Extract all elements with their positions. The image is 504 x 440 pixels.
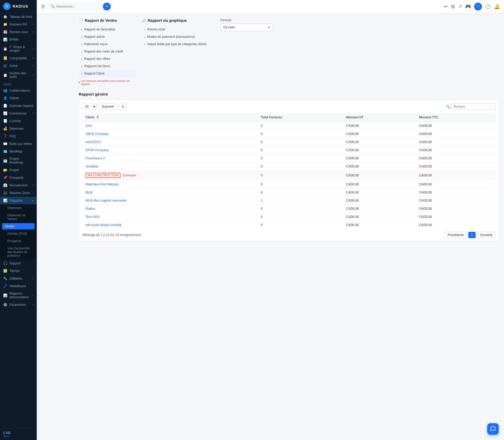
sidebar-item-prospects[interactable]: 📌 Prospects bbox=[0, 174, 37, 181]
current-page-button[interactable]: 1 bbox=[468, 232, 476, 238]
periode-select[interactable]: Ce mois ∨ bbox=[220, 24, 273, 31]
table-search-input[interactable] bbox=[451, 103, 495, 110]
sidebar-label-contrats: Contrats bbox=[9, 119, 21, 123]
client-link-1[interactable]: ABCD Company bbox=[86, 132, 109, 136]
avatar[interactable]: 🌐 bbox=[474, 3, 482, 11]
chat-bubble[interactable] bbox=[487, 423, 499, 435]
report-item-paiements[interactable]: ∨ Paiements reçus bbox=[79, 40, 136, 48]
refresh-button[interactable]: ↻ bbox=[119, 103, 127, 110]
sidebar-label-dossiers: Dossiers RH bbox=[9, 23, 27, 26]
bell-icon[interactable]: 🔔 bbox=[494, 4, 500, 9]
report-graphic-modes[interactable]: ∨ Modes de paiement (transactions) bbox=[142, 33, 215, 40]
sidebar-item-recrutement[interactable]: 👔 Recrutement ‹ bbox=[0, 181, 37, 189]
client-link-0[interactable]: AAA bbox=[86, 124, 92, 128]
prev-button[interactable]: Précédente bbox=[445, 232, 466, 238]
report-item-offres[interactable]: ∨ Rapport des offres bbox=[79, 55, 136, 62]
sidebar-sub-depenses-vs-ventes[interactable]: Dépenses vs Ventes bbox=[0, 212, 37, 223]
table-cell-ht-2: CAD0,00 bbox=[343, 138, 416, 146]
col-ttc: Montant TTC bbox=[416, 113, 495, 122]
client-link-5[interactable]: Jonathan bbox=[86, 165, 98, 168]
highlighted-client-6[interactable]: MA CONSTRUCTION bbox=[86, 173, 120, 178]
chevron-offres: ∨ bbox=[81, 57, 83, 60]
sidebar-item-tableau-de-bord[interactable]: 🏠 Tableau de bord bbox=[0, 13, 37, 20]
sidebar-item-projets[interactable]: 📂 Projets bbox=[0, 166, 37, 174]
sidebar-item-clients[interactable]: 👤 Clients bbox=[0, 94, 37, 102]
sidebar-item-dossiers-rh[interactable]: 📁 Dossiers RH ‹ bbox=[0, 20, 37, 28]
sidebar-sub-prospects[interactable]: Prospects bbox=[0, 237, 37, 245]
info-icon: ℹ bbox=[79, 81, 80, 84]
sidebar-item-comptabilite[interactable]: 📒 Comptabilité ‹ bbox=[0, 54, 37, 62]
add-button[interactable]: + bbox=[103, 3, 111, 11]
sidebar-item-faq[interactable]: ❓ FAQ bbox=[0, 132, 37, 140]
mindmap-icon: 🗺️ bbox=[3, 149, 7, 153]
history-icon[interactable]: ↩ bbox=[444, 4, 448, 9]
client-link-7[interactable]: Matériaux Pont Masson bbox=[86, 182, 119, 186]
sidebar-item-commercial[interactable]: 📈 Commercial ‹ bbox=[0, 109, 37, 117]
next-button[interactable]: Suivante bbox=[477, 232, 495, 238]
report-graphic-valeur[interactable]: ∨ Valeur totale par type de catégories c… bbox=[142, 40, 215, 48]
sidebar-item-reunion-zoom[interactable]: 🎥 Réunion Zoom ‹ bbox=[0, 189, 37, 197]
client-link-12[interactable]: wifi social réseau mondial bbox=[86, 223, 122, 227]
export-button[interactable]: Exporter bbox=[99, 103, 117, 110]
grid-icon[interactable]: ⊞ bbox=[451, 4, 455, 9]
search-input[interactable] bbox=[56, 5, 93, 8]
sidebar-label-utilitaires: Utilitaires bbox=[9, 277, 22, 280]
folder-icon: 📁 bbox=[3, 22, 7, 26]
sidebar-item-rapports-perso[interactable]: 📊 Rapports personnalisés ‹ bbox=[0, 290, 37, 301]
sidebar-item-achat[interactable]: 🛒 Achat ‹ bbox=[0, 62, 37, 70]
client-link-2[interactable]: AGATECH bbox=[86, 140, 101, 144]
sidebar-item-f-temps[interactable]: ⏰ F. Temps & congés ‹ bbox=[0, 43, 37, 54]
sidebar-sub-vue-ensemble[interactable]: Vue d'ensemble des feuilles de présence bbox=[0, 245, 37, 259]
chevron-right-icon8: ‹ bbox=[33, 184, 34, 187]
chevron-right-icon: ‹ bbox=[33, 23, 34, 26]
share-icon[interactable]: ↗ bbox=[458, 4, 462, 9]
client-link-4[interactable]: Fournisseur 2 bbox=[86, 156, 105, 160]
sidebar-sub-depenses[interactable]: Dépenses bbox=[0, 204, 37, 212]
sort-icon-client: ⇅ bbox=[96, 116, 99, 119]
report-item-notes-credit[interactable]: ∨ Rapport des notes de crédit bbox=[79, 48, 136, 55]
client-link-9[interactable]: MLM Mon Logiciel mercantile bbox=[86, 199, 127, 202]
report-item-facturation[interactable]: ∨ Rapport de facturation bbox=[79, 26, 136, 33]
game-icon[interactable]: 🎮 bbox=[465, 4, 471, 9]
table-cell-total-2: 0 bbox=[258, 138, 343, 146]
page-size-select[interactable]: 25 50 100 bbox=[82, 103, 97, 110]
sidebar-item-gestion-actifs[interactable]: 📋 Gestion des actifs ‹ bbox=[0, 70, 37, 81]
report-item-client[interactable]: ∨ Rapport Client bbox=[79, 70, 136, 77]
sidebar-item-rapports[interactable]: 📊 Rapports ∨ bbox=[0, 197, 37, 204]
sidebar-item-collaborateurs[interactable]: 👥 Collaborateurs bbox=[0, 87, 37, 94]
clock-icon[interactable]: 🕐 bbox=[485, 4, 491, 9]
client-link-8[interactable]: MLM bbox=[86, 191, 93, 194]
hamburger-icon[interactable]: ☰ bbox=[41, 4, 45, 9]
sidebar-item-boite-lettres[interactable]: ✉️ Boîte aux lettres bbox=[0, 140, 37, 148]
sidebar-item-parametres[interactable]: ⚙️ Paramètres ‹ bbox=[0, 301, 37, 308]
chevron-down-icon: ∨ bbox=[32, 199, 34, 202]
report-item-devis[interactable]: ∨ Rapports de Devis bbox=[79, 62, 136, 70]
sidebar-item-support[interactable]: 🎧 Support bbox=[0, 259, 37, 267]
table-cell-ht-9: CAD0,00 bbox=[343, 197, 416, 205]
table-cell-client-8: MLM bbox=[82, 188, 258, 197]
sidebar-sub-articles-faq[interactable]: Articles (FAQ) bbox=[0, 230, 37, 237]
client-link-10[interactable]: Radius bbox=[86, 207, 95, 211]
sidebar-item-utilitaires[interactable]: 🔧 Utilitaires ‹ bbox=[0, 275, 37, 282]
sidebar-label-estimate: Estimate request bbox=[9, 104, 33, 108]
report-item-article[interactable]: ∨ Rapport article bbox=[79, 33, 136, 40]
table-cell-ttc-12: CAD0,00 bbox=[416, 221, 495, 229]
modes-label: Modes de paiement (transactions) bbox=[147, 35, 213, 39]
sidebar-item-estimate[interactable]: 📄 Estimate request bbox=[0, 102, 37, 109]
sidebar-item-whiteboard[interactable]: 🖊️ WhiteBoard bbox=[0, 282, 37, 290]
sidebar-item-contrats[interactable]: 📃 Contrats bbox=[0, 117, 37, 125]
sidebar-item-depenses[interactable]: 💰 Dépenses bbox=[0, 125, 37, 132]
sidebar-item-bpmn[interactable]: 📊 BPMN bbox=[0, 36, 37, 43]
sidebar-sub-ventes[interactable]: Ventes bbox=[2, 223, 35, 229]
client-link-11[interactable]: Tech AGA bbox=[86, 215, 99, 219]
sidebar-item-taches[interactable]: ✅ Tâches bbox=[0, 267, 37, 275]
table-cell-ht-12: CAD0,00 bbox=[343, 221, 416, 229]
sidebar-item-project-roadmap[interactable]: 🗓️ Project Roadmap bbox=[0, 155, 37, 166]
client-link-3[interactable]: EFGH Company bbox=[86, 148, 109, 152]
sidebar-item-mindmap[interactable]: 🗺️ MindMap bbox=[0, 148, 37, 155]
company-label: MLM bbox=[3, 435, 34, 438]
col-client[interactable]: Client ⇅ bbox=[82, 113, 258, 122]
sub-depventes-label: Dépenses vs Ventes bbox=[7, 213, 34, 221]
sidebar-item-rendez-vous[interactable]: 📅 Rendez-vous ‹ bbox=[0, 28, 37, 36]
report-graphic-revenu[interactable]: ∨ Revenu total bbox=[142, 26, 215, 33]
